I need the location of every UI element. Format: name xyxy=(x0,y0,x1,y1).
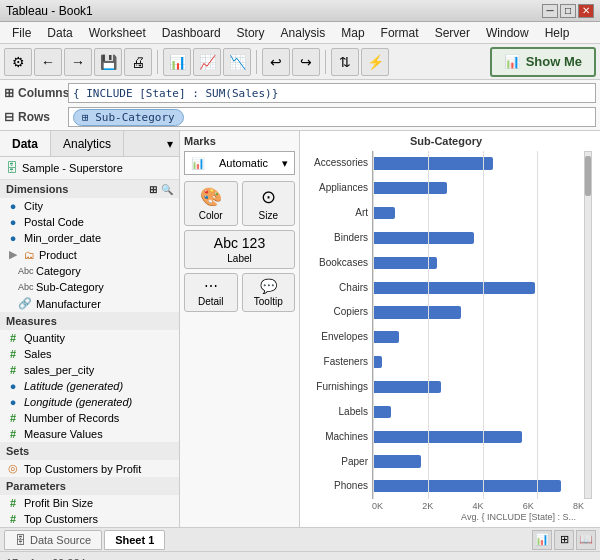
marks-dropdown[interactable]: 📊 Automatic ▾ xyxy=(184,151,295,175)
bar-12[interactable] xyxy=(373,455,421,467)
bar-label-7: Envelopes xyxy=(300,332,368,342)
toolbar-chart3[interactable]: 📉 xyxy=(223,48,251,76)
axis-note: Avg. { INCLUDE [State] : S... xyxy=(300,512,592,522)
rows-label: ⊟ Rows xyxy=(4,110,64,124)
link-icon: 🔗 xyxy=(18,297,32,310)
x-label-4: 8K xyxy=(573,501,584,511)
measure-quantity[interactable]: # Measures Quantity xyxy=(0,330,179,346)
toolbar-sort[interactable]: ⇅ xyxy=(331,48,359,76)
menu-item-worksheet[interactable]: Worksheet xyxy=(81,24,154,42)
bar-7[interactable] xyxy=(373,331,399,343)
menu-item-file[interactable]: File xyxy=(4,24,39,42)
menu-item-help[interactable]: Help xyxy=(537,24,578,42)
param-top-customers[interactable]: # Top Customers xyxy=(0,511,179,527)
toolbar-save[interactable]: 💾 xyxy=(94,48,122,76)
show-me-button[interactable]: 📊 Show Me xyxy=(490,47,596,77)
chart-scrollbar[interactable] xyxy=(584,151,592,499)
pill-icon: ⊞ xyxy=(82,111,89,124)
bar-13[interactable] xyxy=(373,480,561,492)
data-source-tab[interactable]: 🗄 Data Source xyxy=(4,530,102,550)
scroll-thumb[interactable] xyxy=(585,156,591,196)
dim-manufacturer[interactable]: 🔗 Manufacturer xyxy=(12,295,179,312)
menu-item-analysis[interactable]: Analysis xyxy=(273,24,334,42)
bar-5[interactable] xyxy=(373,282,535,294)
dim-grid-icon[interactable]: ⊞ xyxy=(149,184,157,195)
columns-content[interactable]: { INCLUDE [State] : SUM(Sales)} xyxy=(68,83,596,103)
measure-num-records[interactable]: # Number of Records xyxy=(0,410,179,426)
dim-product-folder[interactable]: ▶ 🗂 Product xyxy=(0,246,179,263)
dim-city[interactable]: ● City xyxy=(0,198,179,214)
label-button[interactable]: Abc 123 Label xyxy=(184,230,295,269)
size-button[interactable]: ⊙ Size xyxy=(242,181,296,226)
bar-8[interactable] xyxy=(373,356,382,368)
bar-3[interactable] xyxy=(373,232,474,244)
rows-pill[interactable]: ⊞ Sub-Category xyxy=(73,109,184,126)
rows-content[interactable]: ⊞ Sub-Category xyxy=(68,107,596,127)
close-button[interactable]: ✕ xyxy=(578,4,594,18)
bar-label-5: Chairs xyxy=(300,283,368,293)
measure-sales-per-city[interactable]: # sales_per_city xyxy=(0,362,179,378)
tooltip-icon: 💬 xyxy=(260,278,277,294)
new-sheet-btn[interactable]: 📊 xyxy=(532,530,552,550)
param-profit-bin[interactable]: # Profit Bin Size xyxy=(0,495,179,511)
sheet1-tab[interactable]: Sheet 1 xyxy=(104,530,165,550)
set-top-customers[interactable]: ◎ Top Customers by Profit xyxy=(0,460,179,477)
detail-tooltip-row: ⋯ Detail 💬 Tooltip xyxy=(184,273,295,312)
set-icon: ◎ xyxy=(6,462,20,475)
measure-sales[interactable]: # Sales xyxy=(0,346,179,362)
toolbar-filter[interactable]: ⚡ xyxy=(361,48,389,76)
menu-item-data[interactable]: Data xyxy=(39,24,80,42)
new-story-btn[interactable]: 📖 xyxy=(576,530,596,550)
bar-2[interactable] xyxy=(373,207,395,219)
viz-middle: Marks 📊 Automatic ▾ 🎨 Color ⊙ Size xyxy=(180,131,600,527)
color-button[interactable]: 🎨 Color xyxy=(184,181,238,226)
toolbar-print[interactable]: 🖨 xyxy=(124,48,152,76)
content-area: Data Analytics ▾ 🗄 Sample - Superstore D… xyxy=(0,131,600,527)
detail-button[interactable]: ⋯ Detail xyxy=(184,273,238,312)
bar-11[interactable] xyxy=(373,431,522,443)
measure-values[interactable]: # Measure Values xyxy=(0,426,179,442)
dim-min-order[interactable]: ● Min_order_date xyxy=(0,230,179,246)
menu-item-server[interactable]: Server xyxy=(427,24,478,42)
detail-icon: ⋯ xyxy=(204,278,218,294)
dim-subcategory[interactable]: Abc Sub-Category xyxy=(12,279,179,295)
dim-postal[interactable]: ● Postal Code xyxy=(0,214,179,230)
new-dashboard-btn[interactable]: ⊞ xyxy=(554,530,574,550)
toolbar-back[interactable]: ← xyxy=(34,48,62,76)
columns-label: ⊞ Columns xyxy=(4,86,64,100)
toolbar-redo[interactable]: ↪ xyxy=(292,48,320,76)
toolbar-chart2[interactable]: 📈 xyxy=(193,48,221,76)
data-source-item[interactable]: 🗄 Sample - Superstore xyxy=(0,157,179,180)
panel-arrow[interactable]: ▾ xyxy=(161,137,179,151)
measure-longitude[interactable]: ● Longitude (generated) xyxy=(0,394,179,410)
bar-0[interactable] xyxy=(373,157,493,169)
minimize-button[interactable]: ─ xyxy=(542,4,558,18)
toolbar-chart1[interactable]: 📊 xyxy=(163,48,191,76)
toolbar-new[interactable]: ⚙ xyxy=(4,48,32,76)
bar-9[interactable] xyxy=(373,381,441,393)
grid-line-0 xyxy=(373,151,374,499)
bar-1[interactable] xyxy=(373,182,447,194)
analytics-tab[interactable]: Analytics xyxy=(51,131,124,156)
tooltip-button[interactable]: 💬 Tooltip xyxy=(242,273,296,312)
menu-item-format[interactable]: Format xyxy=(373,24,427,42)
menu-item-dashboard[interactable]: Dashboard xyxy=(154,24,229,42)
dim-category[interactable]: Abc Category xyxy=(12,263,179,279)
bar-6[interactable] xyxy=(373,306,461,318)
menu-item-window[interactable]: Window xyxy=(478,24,537,42)
maximize-button[interactable]: □ xyxy=(560,4,576,18)
measure-latitude[interactable]: ● Latitude (generated) xyxy=(0,378,179,394)
data-tab[interactable]: Data xyxy=(0,131,51,156)
toolbar-forward[interactable]: → xyxy=(64,48,92,76)
menu-item-map[interactable]: Map xyxy=(333,24,372,42)
data-source-name: Sample - Superstore xyxy=(22,162,123,174)
hash-icon: # xyxy=(6,412,20,424)
menu-item-story[interactable]: Story xyxy=(229,24,273,42)
dim-search-icon[interactable]: 🔍 xyxy=(161,184,173,195)
grid-line-3 xyxy=(537,151,538,499)
toolbar-undo[interactable]: ↩ xyxy=(262,48,290,76)
db-icon: 🗄 xyxy=(6,161,18,175)
color-icon: 🎨 xyxy=(200,186,222,208)
bar-10[interactable] xyxy=(373,406,391,418)
panel-tabs: Data Analytics ▾ xyxy=(0,131,179,157)
